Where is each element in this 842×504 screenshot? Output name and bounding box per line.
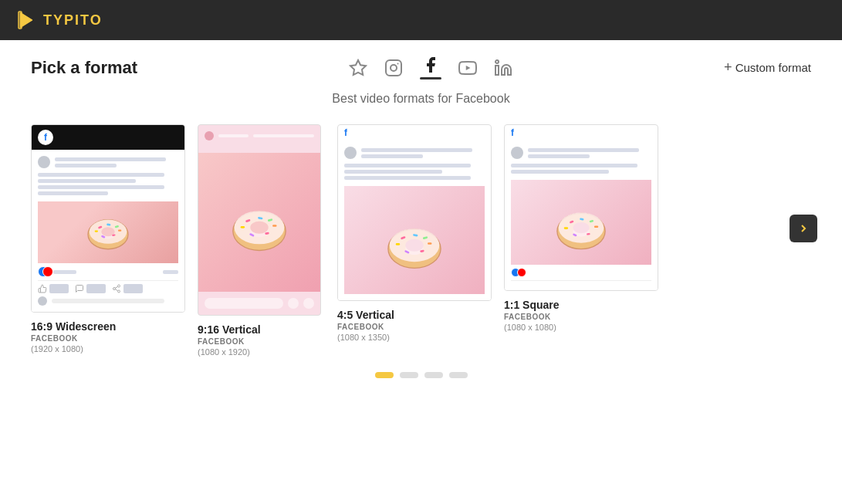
custom-format-button[interactable]: + Custom format [724, 59, 811, 76]
pagination-dot-1[interactable] [375, 372, 394, 378]
card-label-1-1: 1:1 Square [504, 299, 658, 311]
subtitle: Best video formats for Facebook [31, 92, 811, 106]
story-avatar [205, 131, 214, 140]
card-preview-1-1: f [504, 124, 658, 291]
video-thumbnail-916 [198, 153, 320, 292]
donut-illustration-11 [550, 184, 612, 261]
svg-point-20 [118, 285, 120, 287]
profile-name-line-45 [361, 148, 472, 152]
svg-point-28 [250, 222, 268, 234]
card-dims-16-9: (1920 x 1080) [31, 344, 185, 353]
comment-count [163, 270, 178, 274]
main-content: Pick a format [0, 40, 842, 394]
svg-line-23 [115, 289, 117, 291]
pagination-dot-4[interactable] [449, 372, 468, 378]
format-header: Pick a format [31, 56, 811, 79]
donut-illustration [81, 208, 135, 258]
logo-text: TYPITO [43, 12, 103, 29]
video-thumbnail-11 [511, 180, 651, 265]
card-body-45 [338, 140, 491, 300]
story-inner [198, 125, 320, 153]
profile-avatar [38, 156, 50, 168]
format-card-16-9[interactable]: f [31, 124, 185, 357]
card-dims-1-1: (1080 x 1080) [504, 323, 658, 332]
fb-logo-icon-45: f [338, 125, 353, 140]
card-label-4-5: 4:5 Vertical [337, 309, 492, 321]
text-line-2 [38, 179, 136, 183]
card-label-16-9: 16:9 Widescreen [31, 320, 185, 333]
fb-header-bar: f [32, 125, 184, 150]
svg-rect-7 [495, 66, 499, 75]
donut-illustration-45 [380, 190, 449, 290]
svg-point-4 [391, 65, 397, 71]
story-circle-2 [303, 298, 314, 309]
reactions-row-11 [511, 265, 651, 281]
svg-line-24 [115, 286, 117, 288]
svg-rect-44 [428, 242, 431, 245]
fb-header-bar-11: f [505, 125, 658, 140]
svg-rect-17 [118, 229, 121, 231]
profile-avatar-45 [344, 147, 357, 159]
video-thumbnail-45 [344, 186, 485, 294]
fb-logo-icon-11: f [505, 125, 520, 140]
pagination [31, 372, 811, 378]
text-line-4 [38, 191, 108, 195]
chevron-right-icon [797, 222, 810, 235]
card-platform-4-5: FACEBOOK [337, 323, 492, 331]
card-platform-9-16: FACEBOOK [198, 337, 325, 346]
video-thumbnail-169 [38, 201, 178, 263]
fb-logo-icon: f [38, 130, 53, 145]
custom-format-label: Custom format [735, 61, 811, 74]
plus-icon: + [724, 59, 732, 76]
svg-point-22 [118, 290, 120, 293]
action-row [38, 284, 178, 293]
svg-rect-54 [564, 227, 568, 229]
card-body-11 [505, 140, 658, 290]
logo-icon [15, 9, 37, 31]
tab-linkedin[interactable] [494, 59, 512, 77]
svg-marker-6 [466, 65, 471, 69]
format-card-1-1[interactable]: f [504, 124, 658, 357]
tab-starred[interactable] [349, 59, 367, 77]
svg-rect-33 [272, 225, 276, 227]
svg-point-39 [405, 239, 423, 252]
top-navigation: TYPITO [0, 0, 842, 40]
platform-tabs [349, 56, 512, 79]
card-platform-1-1: FACEBOOK [504, 313, 658, 321]
reactions-row [38, 263, 178, 281]
card-platform-16-9: FACEBOOK [31, 334, 185, 343]
profile-avatar-11 [511, 147, 523, 159]
card-preview-9-16 [198, 124, 321, 316]
svg-rect-32 [241, 226, 245, 228]
logo[interactable]: TYPITO [15, 9, 103, 31]
tab-facebook[interactable] [420, 56, 441, 79]
format-cards-wrapper: f [31, 124, 811, 357]
profile-sub-line-45 [361, 154, 423, 158]
profile-sub-line [55, 164, 117, 167]
card-preview-4-5: f [337, 124, 492, 301]
page-title: Pick a format [31, 58, 137, 78]
card-dims-9-16: (1080 x 1920) [198, 347, 325, 357]
format-card-4-5[interactable]: f [337, 124, 492, 357]
svg-marker-2 [350, 60, 366, 75]
svg-rect-55 [594, 225, 598, 228]
svg-point-21 [113, 288, 116, 290]
tab-youtube[interactable] [458, 59, 477, 77]
pagination-dot-2[interactable] [400, 372, 418, 378]
fb-header-bar-45: f [338, 125, 491, 140]
card-label-9-16: 9:16 Vertical [198, 323, 325, 336]
format-card-9-16[interactable]: 9:16 Vertical FACEBOOK (1080 x 1920) [198, 124, 325, 357]
profile-name-line [55, 157, 166, 161]
svg-rect-43 [396, 243, 400, 245]
svg-rect-16 [95, 230, 98, 232]
format-cards-container: f [31, 124, 811, 357]
svg-point-5 [397, 63, 399, 64]
story-bottom [198, 292, 320, 315]
card-body-169 [32, 150, 184, 312]
tab-instagram[interactable] [384, 59, 403, 77]
comment-area [38, 296, 178, 306]
pagination-dot-3[interactable] [424, 372, 443, 378]
next-button[interactable] [790, 215, 817, 242]
svg-rect-3 [386, 60, 401, 76]
svg-point-50 [573, 222, 589, 233]
